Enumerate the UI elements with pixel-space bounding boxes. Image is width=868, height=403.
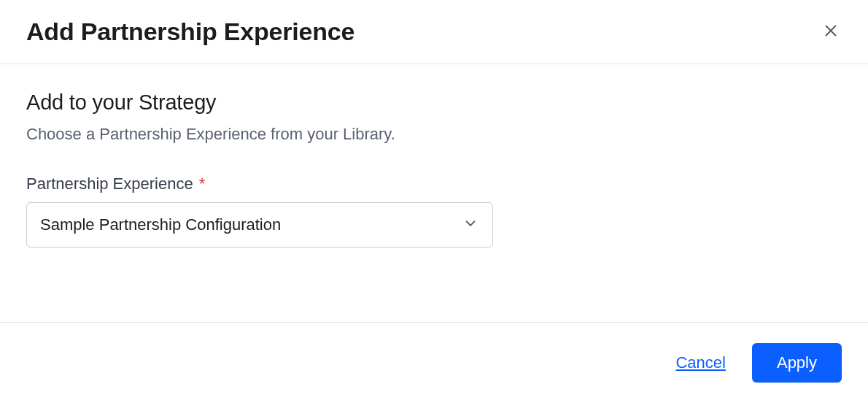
- partnership-experience-select[interactable]: Sample Partnership Configuration: [26, 202, 493, 247]
- dialog-title: Add Partnership Experience: [26, 18, 354, 46]
- apply-button[interactable]: Apply: [752, 343, 842, 383]
- field-label: Partnership Experience *: [26, 174, 205, 193]
- cancel-button[interactable]: Cancel: [675, 353, 725, 372]
- section-subtitle: Choose a Partnership Experience from you…: [26, 125, 842, 144]
- section-title: Add to your Strategy: [26, 91, 842, 115]
- close-button[interactable]: [820, 20, 842, 44]
- field-group: Partnership Experience * Sample Partners…: [26, 174, 842, 247]
- dialog-footer: Cancel Apply: [0, 322, 868, 403]
- dialog-body: Add to your Strategy Choose a Partnershi…: [0, 64, 868, 322]
- required-indicator: *: [199, 174, 206, 193]
- close-icon: [823, 23, 839, 41]
- dialog-header: Add Partnership Experience: [0, 0, 868, 64]
- select-value: Sample Partnership Configuration: [40, 215, 281, 234]
- field-label-text: Partnership Experience: [26, 174, 193, 193]
- select-wrapper: Sample Partnership Configuration: [26, 202, 493, 247]
- dialog: Add Partnership Experience Add to your S…: [0, 0, 868, 403]
